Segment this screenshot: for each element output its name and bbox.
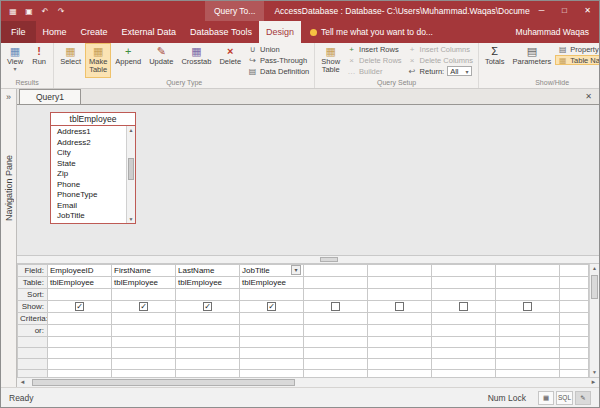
grid-table-cell[interactable] <box>304 277 368 289</box>
scroll-thumb[interactable] <box>320 257 338 262</box>
scroll-up-icon[interactable]: ▲ <box>590 264 599 273</box>
field-dropdown-icon[interactable]: ▾ <box>291 265 301 275</box>
field-list-item-phonetype[interactable]: PhoneType <box>51 190 126 201</box>
totals-button[interactable]: ΣTotals <box>481 43 509 78</box>
scroll-down-icon[interactable]: ▼ <box>590 368 599 377</box>
field-list-item-state[interactable]: State <box>51 159 126 170</box>
grid-or-cell[interactable] <box>432 348 496 359</box>
grid-or-cell[interactable] <box>176 348 240 359</box>
grid-field-cell[interactable] <box>432 265 496 277</box>
return-value-dropdown[interactable]: All▾ <box>447 66 471 76</box>
grid-table-cell[interactable]: tblEmployee <box>112 277 176 289</box>
ribbon-tab-external-data[interactable]: External Data <box>115 21 184 43</box>
ribbon-tab-file[interactable]: File <box>1 21 36 43</box>
grid-field-cell[interactable] <box>304 265 368 277</box>
grid-field-cell[interactable]: EmployeeID <box>48 265 112 277</box>
run-button[interactable]: !Run <box>27 43 51 78</box>
grid-or-cell[interactable] <box>176 325 240 337</box>
grid-sort-cell[interactable] <box>176 289 240 301</box>
return-button[interactable]: ↩Return:All▾ <box>405 66 476 76</box>
grid-field-cell[interactable]: LastName <box>176 265 240 277</box>
table-names-button[interactable]: ▦Table Names <box>555 55 599 65</box>
show-checkbox[interactable]: ✓ <box>267 302 276 311</box>
grid-table-cell[interactable]: tblEmployee <box>176 277 240 289</box>
show-checkbox[interactable] <box>523 302 532 311</box>
grid-or-cell[interactable] <box>112 359 176 370</box>
grid-criteria-cell[interactable] <box>112 313 176 325</box>
field-list-item-email[interactable]: Email <box>51 201 126 212</box>
scroll-thumb[interactable] <box>32 379 295 386</box>
scroll-track[interactable] <box>590 273 599 368</box>
grid-sort-cell[interactable] <box>368 289 432 301</box>
grid-show-cell[interactable]: ✓ <box>176 301 240 313</box>
grid-or-cell[interactable] <box>496 370 560 378</box>
grid-or-cell[interactable] <box>496 348 560 359</box>
view-button[interactable]: ▦View▾ <box>3 43 27 78</box>
close-button[interactable]: ✕ <box>576 1 599 21</box>
grid-or-cell[interactable] <box>48 325 112 337</box>
grid-or-cell[interactable] <box>112 325 176 337</box>
field-list-item-address2[interactable]: Address2 <box>51 138 126 149</box>
grid-or-cell[interactable] <box>112 370 176 378</box>
minimize-button[interactable]: ─ <box>530 1 553 21</box>
grid-criteria-cell[interactable] <box>48 313 112 325</box>
grid-horizontal-scrollbar[interactable]: ◄ ► <box>17 377 599 387</box>
grid-or-cell[interactable] <box>240 325 304 337</box>
field-list-title[interactable]: tblEmployee <box>51 113 135 126</box>
field-list-item-zip[interactable]: Zip <box>51 169 126 180</box>
grid-sort-cell[interactable] <box>304 289 368 301</box>
field-list-scrollbar[interactable]: ▲ ▼ <box>126 126 135 223</box>
append-button[interactable]: +Append <box>111 43 145 78</box>
grid-show-cell[interactable]: ✓ <box>112 301 176 313</box>
grid-or-cell[interactable] <box>432 359 496 370</box>
grid-or-cell[interactable] <box>48 370 112 378</box>
crosstab-button[interactable]: ▦Crosstab <box>177 43 215 78</box>
grid-show-cell[interactable]: ✓ <box>48 301 112 313</box>
grid-or-cell[interactable] <box>368 337 432 348</box>
grid-or-cell[interactable] <box>240 348 304 359</box>
ribbon-tab-database-tools[interactable]: Database Tools <box>183 21 259 43</box>
field-list-item-phone[interactable]: Phone <box>51 180 126 191</box>
grid-or-cell[interactable] <box>368 370 432 378</box>
scroll-thumb[interactable] <box>128 158 134 180</box>
ribbon-tab-home[interactable]: Home <box>36 21 74 43</box>
show-checkbox[interactable]: ✓ <box>139 302 148 311</box>
grid-or-cell[interactable] <box>176 370 240 378</box>
insert-rows-button[interactable]: +Insert Rows <box>344 44 405 54</box>
grid-or-cell[interactable] <box>112 337 176 348</box>
signed-in-user[interactable]: Muhammad Waqas <box>516 27 599 37</box>
property-sheet-button[interactable]: ▤Property Sheet <box>555 44 599 54</box>
scroll-right-icon[interactable]: ► <box>588 378 599 387</box>
grid-field-cell[interactable]: ▾JobTitle <box>240 265 304 277</box>
show-checkbox[interactable] <box>331 302 340 311</box>
scroll-down-icon[interactable]: ▼ <box>127 215 135 223</box>
navigation-pane-collapsed[interactable]: » Navigation Pane <box>1 89 17 387</box>
grid-sort-cell[interactable] <box>240 289 304 301</box>
show-checkbox[interactable]: ✓ <box>203 302 212 311</box>
close-document-icon[interactable]: ✕ <box>578 89 599 104</box>
data-definition-button[interactable]: ▤Data Definition <box>245 66 312 76</box>
scroll-track[interactable] <box>127 134 135 215</box>
field-list-item-address1[interactable]: Address1 <box>51 127 126 138</box>
ribbon-tab-design[interactable]: Design <box>259 21 301 43</box>
grid-or-cell[interactable] <box>496 325 560 337</box>
make-table-button[interactable]: ▦Make Table <box>85 43 111 78</box>
select-button[interactable]: ▦Select <box>56 43 85 78</box>
grid-show-cell[interactable] <box>432 301 496 313</box>
grid-show-cell[interactable] <box>496 301 560 313</box>
delete-button[interactable]: ×Delete <box>215 43 245 78</box>
scroll-up-icon[interactable]: ▲ <box>127 126 135 134</box>
field-list-tblemployee[interactable]: tblEmployee Address1Address2CityStateZip… <box>50 112 136 224</box>
maximize-button[interactable]: □ <box>553 1 576 21</box>
grid-or-cell[interactable] <box>432 325 496 337</box>
top-pane-horizontal-scrollbar[interactable] <box>17 255 599 264</box>
pass-through-button[interactable]: ↪Pass-Through <box>245 55 312 65</box>
grid-or-cell[interactable] <box>304 348 368 359</box>
grid-criteria-cell[interactable] <box>240 313 304 325</box>
grid-table-cell[interactable] <box>496 277 560 289</box>
grid-show-cell[interactable] <box>368 301 432 313</box>
show-checkbox[interactable]: ✓ <box>75 302 84 311</box>
scroll-track[interactable] <box>28 378 588 387</box>
grid-table-cell[interactable]: tblEmployee <box>240 277 304 289</box>
grid-or-cell[interactable] <box>432 370 496 378</box>
